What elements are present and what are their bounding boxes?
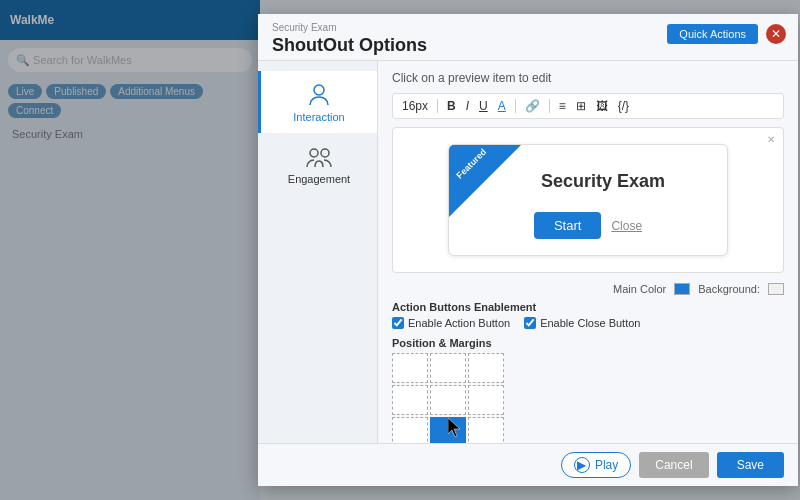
background-label: Background: [698, 283, 760, 295]
preview-card-title[interactable]: Security Exam [511, 171, 665, 192]
preview-card[interactable]: Featured Security Exam Start Close [448, 144, 728, 256]
bold-btn[interactable]: B [444, 98, 459, 114]
svg-point-0 [314, 85, 324, 95]
modal-content: Click on a preview item to edit 16px B I… [378, 61, 798, 443]
quick-actions-button[interactable]: Quick Actions [667, 24, 758, 44]
preview-area: ✕ Featured Security Exam Start Close [392, 127, 784, 273]
editor-toolbar: 16px B I U A 🔗 ≡ ⊞ 🖼 {/} [392, 93, 784, 119]
position-cell-8[interactable] [468, 417, 504, 443]
sidebar-item-interaction[interactable]: Interaction [258, 71, 377, 133]
action-buttons-section: Action Buttons Enablement Enable Action … [392, 301, 784, 329]
play-button[interactable]: ▶ Play [561, 452, 631, 478]
underline-btn[interactable]: U [476, 98, 491, 114]
modal-dialog: Security Exam ShoutOut Options Quick Act… [258, 14, 798, 486]
featured-ribbon: Featured [448, 144, 525, 221]
preview-card-buttons: Start Close [534, 212, 642, 239]
position-section-title: Position & Margins [392, 337, 784, 349]
modal-close-x-button[interactable]: ✕ [766, 24, 786, 44]
svg-point-1 [310, 149, 318, 157]
save-button[interactable]: Save [717, 452, 784, 478]
modal-header: Security Exam ShoutOut Options Quick Act… [258, 14, 798, 61]
engagement-label: Engagement [288, 173, 350, 185]
main-color-label: Main Color [613, 283, 666, 295]
cancel-button[interactable]: Cancel [639, 452, 708, 478]
position-cell-6[interactable] [392, 417, 428, 443]
position-cell-0[interactable] [392, 353, 428, 383]
table-btn[interactable]: ⊞ [573, 98, 589, 114]
enable-close-label: Enable Close Button [540, 317, 640, 329]
enable-action-checkbox-item[interactable]: Enable Action Button [392, 317, 510, 329]
engagement-icon [303, 143, 335, 171]
position-cell-3[interactable] [392, 385, 428, 415]
click-hint: Click on a preview item to edit [392, 71, 784, 85]
enable-close-checkbox-item[interactable]: Enable Close Button [524, 317, 640, 329]
enable-action-label: Enable Action Button [408, 317, 510, 329]
modal-body: Interaction Engagement Click on a previe… [258, 61, 798, 443]
action-buttons-title: Action Buttons Enablement [392, 301, 784, 313]
modal-footer: ▶ Play Cancel Save [258, 443, 798, 486]
close-link-button[interactable]: Close [611, 219, 642, 233]
position-cell-7[interactable] [430, 417, 466, 443]
position-cell-5[interactable] [468, 385, 504, 415]
main-color-swatch[interactable] [674, 283, 690, 295]
svg-point-2 [321, 149, 329, 157]
position-cell-2[interactable] [468, 353, 504, 383]
enable-action-checkbox[interactable] [392, 317, 404, 329]
enable-close-checkbox[interactable] [524, 317, 536, 329]
italic-btn[interactable]: I [463, 98, 472, 114]
toolbar-sep-2 [515, 99, 516, 113]
position-section: Position & Margins [392, 337, 784, 443]
checkbox-row: Enable Action Button Enable Close Button [392, 317, 784, 329]
interaction-label: Interaction [293, 111, 344, 123]
link-btn[interactable]: 🔗 [522, 98, 543, 114]
start-button[interactable]: Start [534, 212, 601, 239]
color-row: Main Color Background: [392, 283, 784, 295]
interaction-icon [303, 81, 335, 109]
position-cell-4[interactable] [430, 385, 466, 415]
preview-close-btn[interactable]: ✕ [767, 134, 775, 145]
list-btn[interactable]: ≡ [556, 98, 569, 114]
toolbar-sep-3 [549, 99, 550, 113]
play-icon: ▶ [574, 457, 590, 473]
background-color-swatch[interactable] [768, 283, 784, 295]
color-btn[interactable]: A [495, 98, 509, 114]
code-btn[interactable]: {/} [615, 98, 632, 114]
font-size-btn[interactable]: 16px [399, 98, 431, 114]
position-cell-1[interactable] [430, 353, 466, 383]
play-label: Play [595, 458, 618, 472]
sidebar-item-engagement[interactable]: Engagement [258, 133, 377, 195]
position-grid [392, 353, 506, 443]
featured-ribbon-text: Featured [448, 144, 500, 195]
modal-sidebar: Interaction Engagement [258, 61, 378, 443]
toolbar-sep-1 [437, 99, 438, 113]
image-btn[interactable]: 🖼 [593, 98, 611, 114]
